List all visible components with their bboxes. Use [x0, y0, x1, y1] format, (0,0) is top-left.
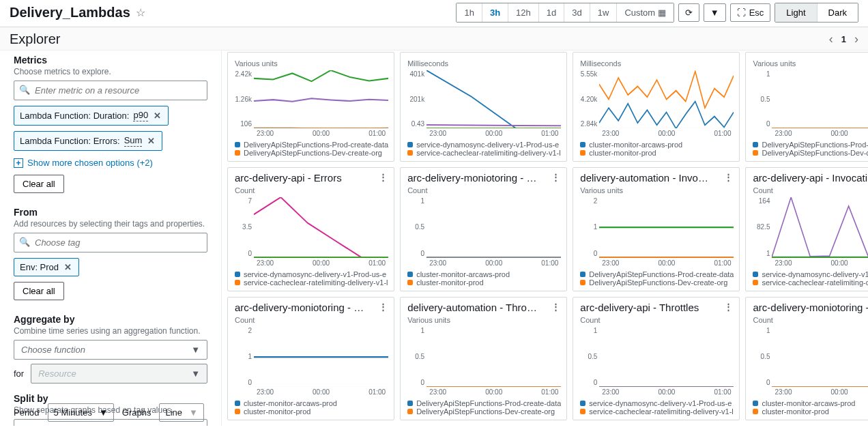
chart-legend: service-dynamosync-delivery-v1-Prod-us-e… [235, 270, 388, 287]
chart-plot[interactable] [254, 197, 388, 257]
y-tick: 0 [580, 379, 597, 386]
pager-next-icon[interactable]: › [854, 32, 858, 46]
time-range-1h[interactable]: 1h [457, 3, 482, 22]
show-more-metrics[interactable]: + Show more chosen options (+2) [14, 158, 207, 168]
page-title: Delivery_Lambdas [10, 5, 130, 20]
metrics-search-input[interactable] [14, 81, 207, 100]
legend-item[interactable]: cluster-monitor-arcaws-prod [580, 141, 734, 149]
legend-item[interactable]: DeliveryApiStepFunctions-Prod-create-dat… [580, 270, 734, 278]
y-axis: 401k 201k 0.43 [407, 70, 426, 137]
chart-card: arc-delivery-moniotoring - In…⋮ Count 2 … [227, 297, 394, 420]
legend-item[interactable]: cluster-monitor-arcaws-prod [407, 270, 561, 278]
legend-item[interactable]: DeliveryApiStepFunctions-Prod-create-dat… [753, 141, 868, 149]
aggregate-function-select[interactable]: Choose function ▼ [14, 340, 207, 360]
chart-plot[interactable] [426, 70, 561, 128]
clear-all-tags-button[interactable]: Clear all [14, 282, 64, 300]
time-range-1w[interactable]: 1w [590, 3, 618, 22]
legend-item[interactable]: cluster-monitor-prod [407, 278, 561, 287]
from-search-input[interactable] [14, 233, 207, 252]
refresh-button[interactable]: ⟳ [678, 3, 699, 22]
card-menu-icon[interactable]: ⋮ [724, 302, 734, 312]
legend-item[interactable]: DeliveryApiStepFunctions-Prod-create-dat… [235, 141, 388, 149]
legend-item[interactable]: cluster-monitor-prod [580, 149, 734, 157]
chart-plot[interactable] [772, 70, 868, 128]
time-range-3d[interactable]: 3d [564, 3, 590, 22]
fullscreen-exit-button[interactable]: ⛶ Esc [730, 3, 771, 22]
legend-item[interactable]: service-cacheclear-ratelimiting-delivery… [407, 149, 561, 157]
chart-card: Various units 1 0.5 0 23:0000:0001:00 [745, 52, 868, 162]
legend-item[interactable]: DeliveryApiStepFunctions-Prod-create-dat… [407, 399, 561, 407]
x-tick: 01:00 [714, 130, 731, 137]
time-range-12h[interactable]: 12h [508, 3, 539, 22]
chip-remove-icon[interactable]: ✕ [63, 262, 73, 272]
card-menu-icon[interactable]: ⋮ [379, 302, 388, 312]
pager-prev-icon[interactable]: ‹ [829, 32, 833, 46]
legend-item[interactable]: service-dynamosync-delivery-v1-Prod-us-e [407, 141, 561, 149]
y-tick: 0 [407, 379, 424, 386]
legend-item[interactable]: DeliveryApiStepFunctions-Dev-create-org [580, 278, 734, 287]
graphs-type-select[interactable]: Line ▼ [159, 403, 203, 422]
graphs-label: Graphs [122, 407, 151, 418]
legend-item[interactable]: service-cacheclear-ratelimiting-delivery… [235, 278, 388, 287]
legend-item[interactable]: service-dynamosync-delivery-v1-Prod-us-e [580, 399, 734, 407]
time-range-3h[interactable]: 3h [482, 3, 508, 22]
caret-down-icon: ▼ [189, 407, 198, 418]
chart-plot[interactable] [599, 70, 734, 128]
clear-all-metrics-button[interactable]: Clear all [14, 175, 64, 193]
graphs-value: Line [165, 407, 182, 418]
chart-grid: Various units 2.42k 1.26k 106 23:0000:00… [222, 50, 868, 426]
card-menu-icon[interactable]: ⋮ [379, 172, 388, 182]
legend-label: DeliveryApiStepFunctions-Prod-create-dat… [589, 270, 734, 278]
tag-chip-env[interactable]: Env: Prod ✕ [14, 258, 79, 276]
card-menu-icon[interactable]: ⋮ [551, 172, 561, 182]
chip-remove-icon[interactable]: ✕ [152, 111, 162, 121]
x-tick: 00:00 [831, 259, 848, 267]
chart-card: delivery-automation - Invoca…⋮ Various u… [573, 167, 740, 291]
chip-stat[interactable]: p90 [133, 110, 148, 121]
metrics-heading: Metrics [14, 55, 207, 66]
chart-area: 164 82.5 1 23:0000:0001:00 [753, 197, 868, 266]
legend-item[interactable]: DeliveryApiStepFunctions-Dev-create-org [407, 407, 561, 416]
legend-item[interactable]: service-cacheclear-ratelimiting-delivery… [580, 407, 734, 416]
legend-item[interactable]: service-dynamosync-delivery-v1-Prod-us-e [753, 270, 868, 278]
chart-plot[interactable] [426, 197, 561, 257]
y-tick: 0 [580, 250, 597, 257]
legend-item[interactable]: DeliveryApiStepFunctions-Dev-create-org [235, 149, 388, 157]
card-menu-icon[interactable]: ⋮ [551, 302, 561, 312]
chart-plot[interactable] [599, 327, 734, 387]
legend-item[interactable]: cluster-monitor-prod [235, 407, 388, 416]
chip-remove-icon[interactable]: ✕ [146, 136, 156, 146]
legend-item[interactable]: cluster-monitor-arcaws-prod [753, 399, 868, 407]
chart-plot[interactable] [254, 327, 388, 387]
legend-item[interactable]: service-dynamosync-delivery-v1-Prod-us-e [235, 270, 388, 278]
legend-swatch-icon [235, 142, 240, 147]
legend-item[interactable]: service-cacheclear-ratelimiting-delivery… [753, 278, 868, 287]
time-range-1d[interactable]: 1d [539, 3, 564, 22]
y-tick: 0.5 [753, 96, 770, 103]
y-tick: 164 [753, 197, 770, 205]
chart-plot[interactable] [254, 70, 388, 128]
card-menu-icon[interactable]: ⋮ [724, 172, 734, 182]
chart-legend: DeliveryApiStepFunctions-Prod-create-dat… [407, 399, 561, 416]
chart-plot[interactable] [599, 197, 734, 257]
legend-swatch-icon [580, 142, 585, 147]
chip-stat[interactable]: Sum [124, 135, 143, 147]
refresh-dropdown-button[interactable]: ▼ [704, 3, 726, 22]
chart-area: 401k 201k 0.43 23:0000:0001:00 [407, 70, 561, 137]
legend-item[interactable]: cluster-monitor-arcaws-prod [235, 399, 388, 407]
period-select[interactable]: 5 Minutes ▼ [48, 403, 114, 422]
chart-plot[interactable] [426, 327, 561, 387]
legend-item[interactable]: cluster-monitor-prod [753, 407, 868, 416]
y-tick: 1.26k [235, 96, 252, 103]
favorite-star-icon[interactable]: ☆ [136, 6, 145, 19]
theme-light-button[interactable]: Light [775, 3, 817, 22]
theme-dark-button[interactable]: Dark [818, 3, 858, 22]
metric-chip-duration[interactable]: Lambda Function: Duration: p90 ✕ [14, 106, 169, 126]
legend-item[interactable]: DeliveryApiStepFunctions-Dev-create-org [753, 149, 868, 157]
legend-swatch-icon [753, 142, 758, 147]
chart-plot[interactable] [772, 197, 868, 257]
time-range-custom[interactable]: Custom ▦ [617, 3, 673, 22]
metric-chip-errors[interactable]: Lambda Function: Errors: Sum ✕ [14, 131, 162, 151]
chart-plot[interactable] [772, 327, 868, 387]
x-tick: 00:00 [313, 259, 330, 267]
